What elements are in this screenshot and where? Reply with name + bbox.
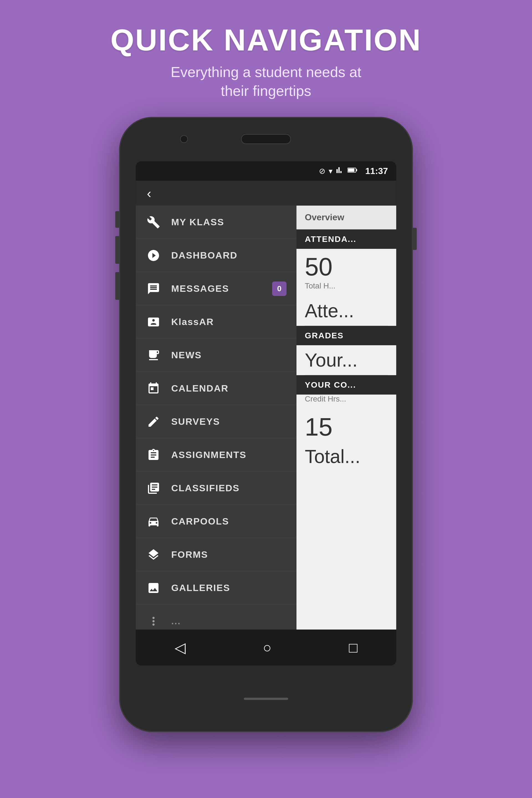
ar-icon: [146, 314, 161, 330]
grades-text: Your...: [297, 345, 396, 375]
nav-item-my-klass[interactable]: MY KLASS: [136, 206, 297, 239]
phone-top-bezel: [119, 117, 413, 161]
back-nav-button[interactable]: ◁: [169, 634, 191, 661]
nav-item-assignments[interactable]: ASSIGNMENTS: [136, 438, 297, 472]
car-icon: [146, 514, 161, 529]
volume-down-button: [115, 236, 119, 264]
nav-item-label-klassar: KlassAR: [171, 317, 214, 327]
course-value: 15: [297, 409, 396, 442]
news-icon: [146, 347, 161, 363]
nav-drawer: MY KLASS DASHBOARD MESSAGES 0: [136, 206, 297, 629]
svg-rect-2: [348, 169, 355, 172]
grades-section: GRADES Your...: [297, 326, 396, 375]
nav-item-label-classifieds: CLASSIFIEDS: [171, 483, 240, 493]
nav-item-label-forms: FORMS: [171, 549, 208, 560]
nav-item-messages[interactable]: MESSAGES 0: [136, 272, 297, 305]
nav-item-label-surveys: SURVEYS: [171, 416, 220, 427]
nav-item-label-dashboard: DASHBOARD: [171, 250, 238, 261]
attendance-section: ATTENDA... 50 Total H... Atte...: [297, 229, 396, 326]
page-subtitle: Everything a student needs attheir finge…: [110, 63, 421, 100]
nav-item-label-messages: MESSAGES: [171, 283, 229, 294]
recent-nav-button[interactable]: □: [343, 634, 363, 661]
photo-icon: [146, 580, 161, 596]
phone-shell: ⊘ ▾ 11:37 ‹: [119, 117, 413, 732]
nav-item-label-galleries: GALLERIES: [171, 583, 230, 593]
nav-item-classifieds[interactable]: CLASSIFIEDS: [136, 472, 297, 505]
signal-icon: [336, 166, 344, 176]
svg-rect-1: [356, 169, 357, 171]
overview-tab[interactable]: Overview: [297, 206, 396, 229]
nav-item-label-more: ...: [171, 616, 180, 626]
screen-content: MY KLASS DASHBOARD MESSAGES 0: [136, 206, 396, 629]
pencil-icon: [146, 414, 161, 430]
power-button: [413, 228, 417, 250]
nav-item-dashboard[interactable]: DASHBOARD: [136, 239, 297, 272]
mute-button: [115, 272, 119, 300]
volume-up-button: [115, 211, 119, 228]
earpiece-speaker: [241, 134, 291, 144]
page-header: QUICK NAVIGATION Everything a student ne…: [110, 22, 421, 100]
right-panel: Overview ATTENDA... 50 Total H... Atte..…: [297, 206, 396, 629]
attendance-text: Atte...: [297, 296, 396, 326]
nav-item-carpools[interactable]: CARPOOLS: [136, 505, 297, 538]
attendance-header: ATTENDA...: [297, 229, 396, 249]
nav-item-label-carpools: CARPOOLS: [171, 516, 229, 527]
page-title: QUICK NAVIGATION: [110, 22, 421, 57]
status-time: 11:37: [365, 166, 388, 176]
more-icon: [146, 613, 161, 629]
attendance-sublabel: Total H...: [297, 282, 396, 296]
status-bar: ⊘ ▾ 11:37: [136, 161, 396, 180]
app-bar: ‹: [136, 180, 396, 206]
status-icons: ⊘ ▾ 11:37: [319, 166, 388, 176]
wifi-icon: ▾: [329, 167, 332, 176]
back-button[interactable]: ‹: [147, 186, 151, 201]
nav-item-label-assignments: ASSIGNMENTS: [171, 450, 246, 460]
course-header: YOUR CO...: [297, 375, 396, 395]
do-not-disturb-icon: ⊘: [319, 167, 325, 176]
wrench-icon: [146, 214, 161, 230]
phone-screen: ⊘ ▾ 11:37 ‹: [136, 161, 396, 666]
message-icon: [146, 281, 161, 297]
nav-item-calendar[interactable]: CALENDAR: [136, 372, 297, 405]
bottom-nav-bar: ◁ ○ □: [136, 629, 396, 666]
nav-item-label-my-klass: MY KLASS: [171, 217, 224, 227]
phone-bottom-bezel: [244, 666, 288, 732]
nav-item-forms[interactable]: FORMS: [136, 538, 297, 571]
nav-item-label-calendar: CALENDAR: [171, 383, 229, 394]
layers-icon: [146, 547, 161, 563]
classifieds-icon: [146, 480, 161, 496]
home-indicator: [244, 698, 288, 700]
nav-item-news[interactable]: NEWS: [136, 339, 297, 372]
course-sublabel: Credit Hrs...: [297, 395, 396, 409]
messages-badge: 0: [272, 282, 286, 296]
front-camera: [180, 135, 188, 143]
course-section: YOUR CO... Credit Hrs... 15 Total...: [297, 375, 396, 471]
calendar-icon: [146, 381, 161, 396]
nav-item-klassar[interactable]: KlassAR: [136, 305, 297, 339]
battery-icon: [347, 166, 358, 176]
nav-item-galleries[interactable]: GALLERIES: [136, 571, 297, 605]
nav-item-surveys[interactable]: SURVEYS: [136, 405, 297, 438]
home-nav-button[interactable]: ○: [258, 634, 277, 661]
dashboard-icon: [146, 248, 161, 263]
nav-item-more[interactable]: ...: [136, 605, 297, 629]
grades-header: GRADES: [297, 326, 396, 345]
clipboard-icon: [146, 447, 161, 463]
attendance-value: 50: [297, 249, 396, 282]
nav-item-label-news: NEWS: [171, 350, 202, 360]
course-extra: Total...: [297, 442, 396, 471]
